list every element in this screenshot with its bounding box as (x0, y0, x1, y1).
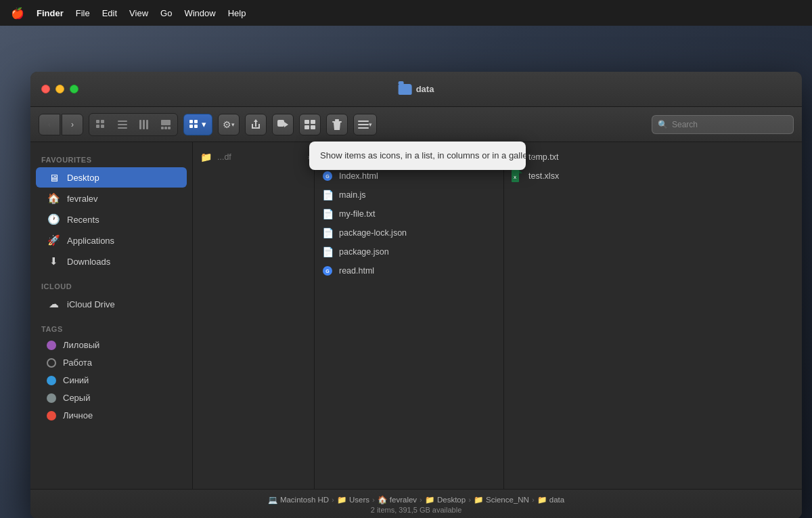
tags-section-title: Tags (30, 320, 192, 336)
view-select-button[interactable]: ▾ (183, 114, 212, 135)
sidebar-item-tag-rabota[interactable]: Работа (36, 354, 187, 371)
folder-icon: 📁 (425, 495, 434, 504)
svg-rect-23 (311, 125, 315, 129)
gear-icon: ⚙ (223, 119, 231, 130)
chevron-down-icon: ▾ (202, 119, 206, 129)
html-icon: G (321, 170, 334, 182)
sidebar-item-tag-seriy[interactable]: Серый (36, 389, 187, 406)
file-name: package.json (339, 247, 389, 257)
file-item-read-html[interactable]: G read.html (315, 261, 503, 280)
sidebar-item-label: iCloud Drive (67, 299, 115, 309)
home-icon: 🏠 (378, 495, 387, 504)
tag-dot-purple (47, 341, 56, 350)
svg-rect-0 (96, 120, 99, 123)
clock-icon: 🕐 (47, 213, 60, 226)
sidebar-item-desktop[interactable]: 🖥 Desktop (36, 167, 187, 188)
sidebar-item-tag-siniy[interactable]: Синий (36, 372, 187, 389)
breadcrumb-item-users[interactable]: 📁 Users (337, 495, 369, 504)
sidebar-item-tag-liloviy[interactable]: Лиловый (36, 337, 187, 353)
json-file-icon: 📄 (321, 227, 334, 239)
sidebar-item-fevralev[interactable]: 🏠 fevralev (36, 188, 187, 209)
breadcrumb-item-desktop[interactable]: 📁 Desktop (425, 495, 466, 504)
minimize-button[interactable] (55, 85, 64, 93)
file-name: package-lock.json (339, 228, 407, 238)
delete-button[interactable] (326, 114, 348, 135)
file-name: main.js (339, 190, 366, 200)
svg-text:X: X (514, 175, 516, 179)
sidebar-item-label: Downloads (67, 257, 110, 267)
file-item-main-js[interactable]: 📄 main.js (315, 186, 503, 204)
svg-rect-1 (101, 120, 104, 123)
search-box[interactable]: 🔍 Search (652, 115, 794, 134)
column-view-button[interactable] (134, 115, 154, 134)
svg-rect-18 (277, 120, 284, 127)
gallery-view-button[interactable] (156, 115, 176, 134)
xlsx-icon: X (511, 170, 523, 182)
search-icon: 🔍 (658, 120, 668, 129)
move-button[interactable] (299, 114, 321, 135)
file-item[interactable]: 📁 ...df › (193, 148, 314, 167)
breadcrumb-item-fevralev[interactable]: 🏠 fevralev (378, 495, 417, 504)
menu-view[interactable]: View (129, 8, 148, 18)
breadcrumb-item-hd[interactable]: 💻 Macintosh HD (268, 495, 329, 504)
sidebar-item-applications[interactable]: 🚀 Applications (36, 230, 187, 251)
json-file-icon-2: 📄 (321, 246, 334, 258)
file-pane: 📁 ...df › 📁 node_modules › G (193, 142, 802, 489)
breadcrumb-item-science[interactable]: 📁 Science_NN (474, 495, 529, 504)
sidebar-item-icloud-drive[interactable]: ☁ iCloud Drive (36, 294, 187, 314)
desktop-icon: 🖥 (47, 171, 60, 184)
folder-icon (399, 84, 412, 95)
file-name: ...df (217, 152, 231, 162)
file-item-package-lock-json[interactable]: 📄 package-lock.json (315, 223, 503, 242)
title-bar: data (30, 72, 802, 107)
tag-dot-work (47, 358, 56, 368)
file-item-test-xlsx[interactable]: X test.xlsx (504, 167, 802, 186)
menu-window[interactable]: Window (184, 8, 215, 18)
file-name: Index.html (339, 171, 378, 181)
file-name: read.html (339, 266, 374, 276)
share-button[interactable] (245, 114, 267, 135)
window-title: data (399, 84, 434, 95)
forward-button[interactable]: › (62, 114, 83, 135)
menu-file[interactable]: File (76, 8, 90, 18)
svg-rect-21 (311, 120, 315, 124)
list-view-button[interactable] (112, 115, 133, 134)
tag-label: Синий (63, 375, 89, 385)
icon-view-button[interactable] (91, 115, 111, 134)
favourites-section-title: Favourites (30, 150, 192, 167)
rocket-icon: 🚀 (47, 234, 60, 247)
icloud-section-title: iCloud (30, 277, 192, 293)
tag-dot-blue (47, 376, 56, 385)
sidebar-item-downloads[interactable]: ⬇ Downloads (36, 251, 187, 272)
file-item-package-json[interactable]: 📄 package.json (315, 242, 503, 261)
action-button[interactable]: ⚙ ▾ (218, 114, 240, 135)
view-tooltip: Show items as icons, in a list, in colum… (309, 142, 526, 170)
menu-go[interactable]: Go (160, 8, 172, 18)
menu-edit[interactable]: Edit (102, 8, 117, 18)
finder-window: data ‹ › (30, 72, 802, 518)
sidebar-item-recents[interactable]: 🕐 Recents (36, 209, 187, 230)
breadcrumb-item-data[interactable]: 📁 data (537, 495, 564, 504)
menu-finder[interactable]: Finder (37, 8, 64, 18)
more-button[interactable]: ▾ (353, 114, 377, 135)
breadcrumb-separator: › (420, 496, 422, 504)
back-button[interactable]: ‹ (39, 114, 60, 135)
nav-buttons: ‹ › (39, 114, 83, 135)
maximize-button[interactable] (70, 85, 78, 93)
svg-rect-24 (332, 121, 342, 123)
breadcrumb-separator: › (468, 496, 471, 504)
sidebar-item-label: Desktop (67, 173, 99, 183)
desktop: data ‹ › (0, 26, 812, 518)
svg-rect-5 (118, 124, 127, 125)
sidebar-item-tag-lichnoe[interactable]: Личное (36, 407, 187, 424)
breadcrumb-separator: › (372, 496, 375, 504)
svg-rect-8 (143, 120, 145, 129)
menu-help[interactable]: Help (228, 8, 246, 18)
close-button[interactable] (41, 85, 50, 93)
search-placeholder: Search (672, 120, 698, 129)
file-item-my-file-txt[interactable]: 📄 my-file.txt (315, 204, 503, 223)
file-item-temp-txt[interactable]: temp.txt (504, 148, 802, 167)
tag-dot-gray (47, 393, 56, 403)
tag-button[interactable] (272, 114, 294, 135)
apple-menu[interactable]: 🍎 (11, 7, 24, 20)
